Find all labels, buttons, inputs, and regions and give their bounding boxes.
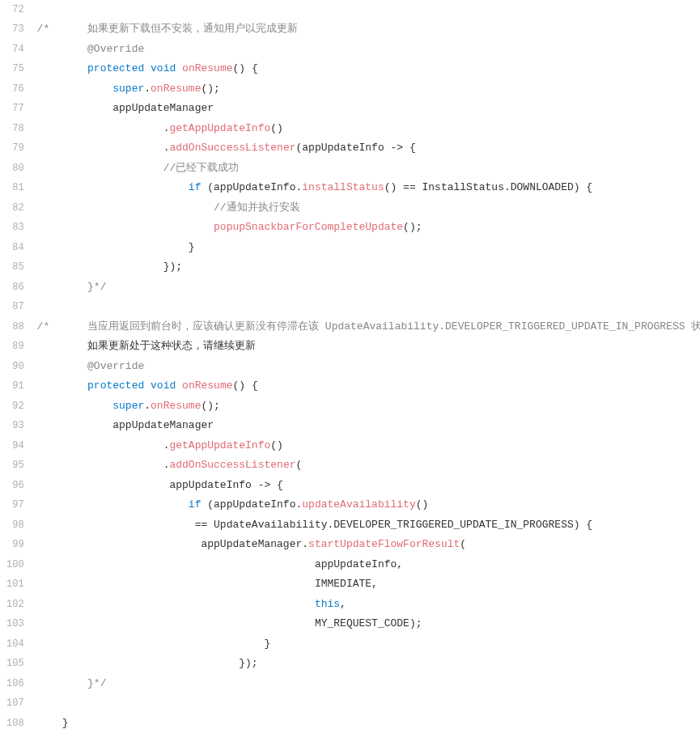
code-token: } — [62, 714, 69, 729]
line-number: 77 — [6, 100, 24, 120]
code-token: () — [270, 436, 283, 456]
code-token: //已经下载成功 — [163, 159, 240, 179]
line-number: 108 — [6, 714, 24, 729]
code-token — [37, 357, 87, 377]
line-number: 100 — [6, 555, 24, 575]
code-token — [37, 178, 189, 198]
line-number: 106 — [6, 674, 24, 694]
code-line[interactable]: } — [34, 714, 700, 729]
code-token — [37, 416, 113, 436]
line-number: 79 — [6, 139, 24, 159]
code-line[interactable]: if (appUpdateInfo.installStatus() == Ins… — [34, 179, 700, 199]
code-token: onResume — [182, 376, 232, 396]
code-line[interactable]: protected void onResume() { — [34, 377, 700, 397]
code-token — [37, 614, 315, 634]
code-line[interactable]: .getAppUpdateInfo() — [34, 436, 700, 456]
code-line[interactable]: == UpdateAvailability.DEVELOPER_TRIGGERE… — [34, 515, 700, 536]
code-line[interactable]: @Override — [34, 40, 700, 60]
code-token: () { — [233, 376, 258, 396]
code-line[interactable]: this, — [34, 595, 700, 615]
line-number: 98 — [6, 515, 24, 536]
code-token — [37, 714, 62, 729]
line-number: 83 — [6, 218, 24, 239]
code-token: (appUpdateInfo. — [201, 178, 302, 198]
line-number: 75 — [6, 60, 24, 80]
code-line[interactable]: 如果更新处于这种状态，请继续更新 — [34, 337, 700, 358]
code-line[interactable]: .getAppUpdateInfo() — [34, 119, 700, 139]
code-line[interactable]: }*/ — [34, 674, 700, 694]
code-line[interactable]: } — [34, 238, 700, 258]
code-line[interactable]: popupSnackbarForCompleteUpdate(); — [34, 218, 700, 239]
code-line[interactable]: .addOnSuccessListener( — [34, 456, 700, 477]
code-line[interactable]: //通知并执行安装 — [34, 198, 700, 218]
code-token — [37, 396, 113, 417]
code-line[interactable] — [34, 0, 700, 20]
code-line[interactable]: super.onResume(); — [34, 79, 700, 100]
line-number: 95 — [6, 456, 24, 477]
code-token: appUpdateManager — [112, 99, 214, 119]
code-line[interactable]: appUpdateManager.startUpdateFlowForResul… — [34, 536, 700, 556]
line-number: 102 — [6, 595, 24, 615]
code-token: 如果更新下载但不安装，通知用户以完成更新 — [87, 19, 298, 40]
line-number: 94 — [6, 436, 24, 456]
line-number: 81 — [6, 179, 24, 199]
code-token: (); — [403, 218, 422, 238]
line-number: 101 — [6, 575, 24, 595]
code-line[interactable]: }); — [34, 258, 700, 278]
code-token — [37, 159, 163, 179]
code-line[interactable]: /* 当应用返回到前台时，应该确认更新没有停滞在该 UpdateAvailabi… — [34, 317, 700, 337]
code-token: } — [189, 238, 195, 258]
code-line[interactable]: } — [34, 634, 700, 655]
code-token: appUpdateManager. — [201, 535, 308, 555]
code-line[interactable]: /* 如果更新下载但不安装，通知用户以完成更新 — [34, 20, 700, 40]
code-line[interactable]: appUpdateManager — [34, 100, 700, 120]
code-line[interactable]: MY_REQUEST_CODE); — [34, 615, 700, 635]
code-token: super — [112, 79, 144, 100]
code-token: appUpdateInfo, — [315, 555, 403, 575]
code-token: (); — [201, 79, 219, 100]
code-token: } — [264, 634, 270, 655]
code-line[interactable]: IMMEDIATE, — [34, 575, 700, 595]
code-token — [37, 376, 87, 396]
code-token: () { — [233, 59, 258, 79]
code-line[interactable] — [34, 298, 700, 318]
code-token: }); — [163, 257, 182, 278]
code-token: @Override — [87, 357, 144, 377]
code-line[interactable]: protected void onResume() { — [34, 60, 700, 80]
code-line[interactable]: @Override — [34, 357, 700, 377]
line-number: 93 — [6, 417, 24, 437]
code-token: installStatus — [302, 178, 384, 198]
code-line[interactable]: //已经下载成功 — [34, 159, 700, 179]
code-token: (appUpdateInfo -> { — [295, 138, 415, 159]
line-number: 73 — [6, 20, 24, 40]
code-token: super — [112, 396, 144, 417]
code-token: /* — [37, 19, 87, 40]
code-line[interactable]: appUpdateInfo -> { — [34, 476, 700, 496]
code-token: , — [340, 595, 346, 615]
line-number: 78 — [6, 119, 24, 139]
code-line[interactable]: if (appUpdateInfo.updateAvailability() — [34, 496, 700, 516]
code-line[interactable]: appUpdateInfo, — [34, 555, 700, 575]
code-line[interactable]: .addOnSuccessListener(appUpdateInfo -> { — [34, 139, 700, 159]
line-number: 85 — [6, 258, 24, 278]
line-number: 96 — [6, 476, 24, 496]
code-token — [37, 79, 113, 100]
code-token: . — [163, 456, 170, 476]
code-line[interactable]: }*/ — [34, 278, 700, 298]
code-token: protected — [87, 59, 144, 79]
code-line[interactable] — [34, 694, 700, 714]
line-number: 107 — [6, 694, 24, 714]
code-area[interactable]: /* 如果更新下载但不安装，通知用户以完成更新 @Override protec… — [34, 0, 700, 729]
code-token — [37, 218, 214, 238]
code-token: () — [416, 495, 429, 515]
code-line[interactable]: appUpdateManager — [34, 417, 700, 437]
line-number: 74 — [6, 40, 24, 60]
code-token: == UpdateAvailability.DEVELOPER_TRIGGERE… — [195, 515, 592, 536]
code-line[interactable]: super.onResume(); — [34, 396, 700, 417]
code-line[interactable]: }); — [34, 655, 700, 675]
code-token: getAppUpdateInfo — [169, 119, 270, 139]
code-token — [37, 198, 214, 218]
code-token: @Override — [87, 40, 144, 60]
code-token — [176, 59, 182, 79]
code-token — [37, 515, 195, 536]
